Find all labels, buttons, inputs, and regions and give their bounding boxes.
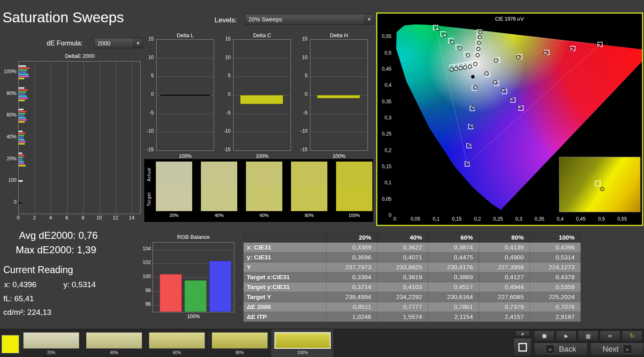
axis-tick-label: 0 (293, 91, 308, 97)
measured-point (474, 86, 477, 89)
next-button[interactable]: Next » (590, 343, 644, 356)
target-swatch (246, 186, 282, 211)
measured-point (479, 31, 482, 34)
saturation-swatch-20[interactable]: 20% (20, 329, 83, 357)
swatch-label: 60% (246, 213, 282, 218)
x-label: x: (4, 280, 10, 289)
deltae2000-chart: DeltaE 2000 100%80%60%40%20%1000 0246810… (3, 53, 141, 224)
delta-bar (317, 95, 360, 98)
column-header (243, 233, 327, 243)
levels-dropdown[interactable]: 20% Sweeps ▼ (245, 14, 374, 25)
green-balance-bar (184, 280, 207, 312)
measured-point (502, 89, 506, 93)
table-row: ΔE 20000,85110,77770,78010,73790,7076 (243, 302, 581, 312)
delta-l-chart: Delta L 151050-5-10-15 100% (140, 32, 217, 161)
table-row: y: CIE310,36960,40710,44750,49000,5314 (243, 252, 581, 262)
actual-target-swatch-panel: Actual Target 20%40%60%80%100% (144, 159, 373, 222)
compare-swatch (201, 162, 237, 211)
measured-point (468, 65, 472, 69)
gridline (157, 132, 214, 132)
table-cell: 0,5359 (530, 282, 581, 292)
measured-point (510, 98, 514, 101)
swatch-label: 80% (209, 350, 271, 355)
rgb-balance-plot (153, 242, 234, 312)
table-cell: 0,7777 (377, 302, 428, 312)
cdm2-reading: cd/m²: 224,13 (3, 308, 51, 317)
swatch-color (23, 332, 79, 349)
swatch-label: 20% (20, 350, 82, 355)
saturation-swatch-60[interactable]: 60% (145, 329, 208, 357)
axis-tick-label: 5 (217, 73, 231, 79)
table-cell: 0,3622 (377, 243, 428, 252)
table-cell: 233,8825 (377, 262, 428, 272)
gridline (83, 62, 84, 214)
deltae-bar (19, 163, 24, 164)
refresh-button[interactable]: ↻ (622, 331, 642, 341)
saturation-swatch-80[interactable]: 80% (208, 329, 271, 357)
deltae-bar (19, 161, 24, 162)
back-button[interactable]: « Back (534, 343, 588, 356)
deltae-bar (19, 159, 23, 160)
stop-measure-button[interactable] (513, 338, 532, 356)
stop-button[interactable]: ■ (534, 331, 555, 341)
xy-reading: x: 0,4396 y: 0,5314 (4, 280, 96, 289)
measured-point (476, 53, 479, 57)
column-header: 40% (377, 233, 428, 243)
swatch-strip: 20%40%60%80%100% (144, 159, 373, 222)
measured-point (518, 105, 522, 109)
table-row: Target Y238,4994234,2292230,6164227,6085… (243, 292, 581, 302)
gridline (234, 58, 291, 59)
cie-chart-title: CIE 1976 u'v' (377, 16, 642, 22)
table-cell: 2,9187 (530, 312, 581, 322)
swatch-label: 80% (291, 213, 327, 218)
de-formula-dropdown[interactable]: 2000 ▼ (94, 38, 143, 48)
deltae-bar (19, 135, 24, 136)
axis-tick-label: 0 (12, 215, 24, 221)
row-label: Target x:CIE31 (243, 272, 327, 282)
actual-swatch (201, 162, 237, 186)
deltae-bar (19, 157, 23, 158)
collapse-panel-button[interactable]: ▲ (515, 331, 530, 337)
table-cell: 225,2024 (530, 292, 581, 302)
cie-chromaticity-diagram (377, 14, 642, 225)
blue-balance-bar (209, 261, 231, 312)
row-label: Target Y (243, 292, 327, 302)
row-label: ΔE ITP (243, 312, 327, 322)
axis-tick-label: 8 (77, 215, 89, 221)
deltae-bar (19, 113, 25, 114)
measured-point (454, 67, 458, 71)
measured-point (436, 27, 439, 31)
gridline (310, 58, 367, 59)
table-cell: 237,7973 (327, 262, 377, 272)
axis-tick-label: 100% (3, 69, 17, 74)
fl-value: 65,41 (14, 294, 34, 303)
red-balance-bar (160, 274, 182, 312)
axis-tick-label: 80% (3, 90, 17, 96)
levels-label: Levels: (215, 16, 237, 24)
deltae-bar (19, 87, 24, 89)
deltae-bar (19, 93, 25, 95)
table-cell: 0,3874 (428, 243, 479, 252)
table-cell: 0,3869 (428, 272, 479, 282)
swatch-color (274, 332, 331, 349)
measured-point (570, 48, 574, 51)
play-button[interactable]: ▶ (556, 331, 577, 341)
measured-point (494, 59, 498, 62)
table-row: Y237,7973233,8825230,4176227,3958224,127… (243, 262, 581, 272)
column-header: 60% (428, 233, 479, 243)
table-cell: 0,3619 (377, 272, 428, 282)
delta-c-chart: Delta C 151050-5-10-15 100% (217, 32, 293, 161)
deltae-bar (19, 111, 26, 112)
deltae-bar (19, 69, 27, 71)
measured-point (466, 54, 470, 57)
infinity-icon: ∞ (608, 332, 613, 340)
continuous-measure-button[interactable]: ∞ (600, 331, 620, 341)
deltae-bar (19, 89, 28, 91)
saturation-swatch-100[interactable]: 100% (271, 329, 334, 357)
saturation-swatch-row: 20%40%60%80%100% (20, 329, 335, 357)
table-cell: 0,8511 (327, 302, 377, 312)
snapshot-button[interactable]: ▦ (578, 331, 599, 341)
saturation-swatch-40[interactable]: 40% (83, 329, 145, 357)
axis-tick-label: 60% (3, 112, 17, 118)
axis-tick-label: 6 (61, 215, 73, 221)
